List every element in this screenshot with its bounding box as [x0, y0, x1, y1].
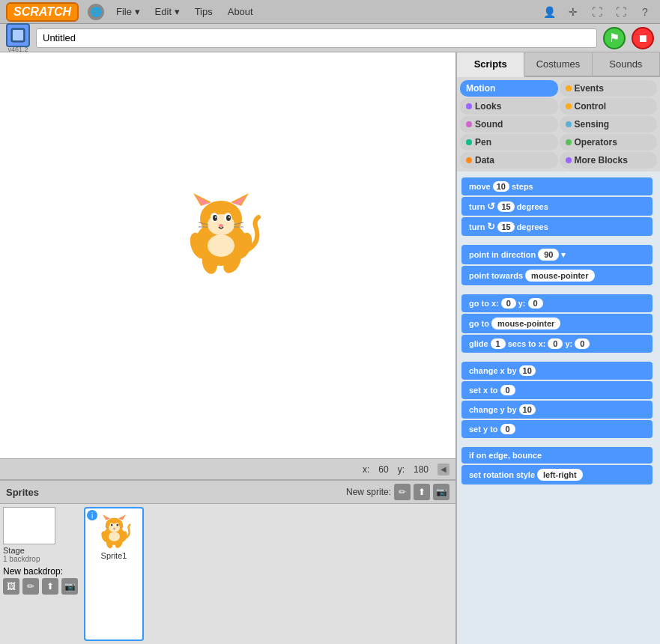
menu-bar: SCRATCH 🌐 File Edit Tips About 👤 ✛ ⛶ ⛶ ? — [0, 0, 660, 24]
cw-degrees-label: degrees — [517, 222, 548, 231]
block-set-y[interactable]: set y to 0 — [461, 420, 653, 438]
rotation-style-val[interactable]: left-right — [537, 469, 583, 481]
sprite1-thumbnail[interactable]: i — [84, 507, 144, 641]
turn-cw-val[interactable]: 15 — [497, 222, 514, 232]
cw-icon: ↻ — [487, 221, 495, 232]
scripts-panel: Scripts Costumes Sounds Motion Events Lo… — [457, 52, 660, 644]
block-change-y[interactable]: change y by 10 — [461, 401, 653, 419]
turn-ccw-val[interactable]: 15 — [497, 201, 514, 212]
help-icon[interactable]: ? — [636, 3, 654, 21]
block-point-towards[interactable]: point towards mouse-pointer — [461, 266, 653, 285]
category-pen[interactable]: Pen — [460, 134, 558, 151]
camera-sprite-icon[interactable]: 📷 — [433, 484, 449, 500]
block-change-x[interactable]: change x by 10 — [461, 362, 653, 380]
categories-panel: Motion Events Looks Control Sound — [457, 77, 660, 171]
events-dot — [566, 85, 572, 91]
svg-point-12 — [226, 215, 231, 221]
tab-scripts[interactable]: Scripts — [457, 52, 524, 77]
block-rotation-style[interactable]: set rotation style left-right — [461, 465, 653, 484]
sprite-thumbnail-icon — [6, 23, 30, 47]
tab-sounds[interactable]: Sounds — [593, 52, 660, 76]
go-to-xy-label: go to x: — [469, 299, 499, 308]
set-y-val[interactable]: 0 — [500, 424, 515, 434]
block-go-to-xy[interactable]: go to x: 0 y: 0 — [461, 294, 653, 312]
go-to-x-val[interactable]: 0 — [501, 298, 516, 309]
sprite-info-icon[interactable]: i — [87, 510, 97, 520]
set-x-val[interactable]: 0 — [500, 385, 515, 395]
block-go-to[interactable]: go to mouse-pointer — [461, 314, 653, 333]
file-menu[interactable]: File — [113, 4, 143, 19]
stage-backdrop-count: 1 backdrop — [3, 555, 78, 563]
sound-label: Sound — [475, 119, 503, 130]
tips-menu[interactable]: Tips — [192, 4, 216, 19]
stop-button[interactable]: ⏹ — [632, 27, 654, 49]
block-move-steps[interactable]: move 10 steps — [461, 177, 653, 195]
fullscreen2-icon[interactable]: ⛶ — [612, 3, 630, 21]
category-motion[interactable]: Motion — [460, 80, 558, 97]
control-label: Control — [575, 101, 607, 112]
more-blocks-dot — [566, 157, 572, 163]
block-if-edge-bounce[interactable]: if on edge, bounce — [461, 447, 653, 464]
category-looks[interactable]: Looks — [460, 98, 558, 115]
project-title-input[interactable] — [36, 28, 597, 48]
more-blocks-label: More Blocks — [575, 155, 628, 165]
green-flag-button[interactable]: ⚑ — [603, 27, 626, 49]
stage-canvas[interactable] — [0, 52, 455, 458]
camera-backdrop-icon[interactable]: 📷 — [61, 578, 78, 595]
go-to-y-val[interactable]: 0 — [528, 298, 543, 309]
category-data[interactable]: Data — [460, 152, 558, 168]
new-backdrop-label: New backdrop: — [3, 566, 63, 577]
change-x-val[interactable]: 10 — [519, 365, 536, 376]
upload-backdrop-icon[interactable]: ⬆ — [42, 578, 58, 595]
ccw-icon: ↺ — [487, 201, 495, 212]
landscape-icon[interactable]: 🖼 — [3, 578, 19, 595]
person-icon[interactable]: 👤 — [540, 3, 558, 21]
svg-rect-1 — [13, 30, 23, 40]
block-set-x[interactable]: set x to 0 — [461, 381, 653, 399]
move-label: move — [469, 182, 491, 191]
go-to-val[interactable]: mouse-pointer — [491, 318, 560, 329]
change-y-val[interactable]: 10 — [519, 404, 536, 415]
stage-panel: x: 60 y: 180 ◀ Sprites New sprite: ✏ ⬆ 📷 — [0, 52, 457, 644]
move-val[interactable]: 10 — [493, 181, 509, 192]
block-turn-cw[interactable]: turn ↻ 15 degrees — [461, 217, 653, 236]
glide-label: glide — [469, 339, 488, 348]
category-events[interactable]: Events — [560, 80, 658, 97]
block-glide[interactable]: glide 1 secs to x: 0 y: 0 — [461, 335, 653, 353]
paint-sprite-icon[interactable]: ✏ — [394, 484, 411, 500]
category-sound[interactable]: Sound — [460, 116, 558, 133]
version-label: v461.2 — [7, 46, 28, 53]
motion-label: Motion — [466, 83, 495, 94]
point-towards-val[interactable]: mouse-pointer — [525, 270, 594, 282]
change-y-label: change y by — [469, 405, 517, 414]
category-sensing[interactable]: Sensing — [560, 116, 658, 133]
glide-x-val[interactable]: 0 — [548, 338, 563, 349]
block-turn-ccw[interactable]: turn ↺ 15 degrees — [461, 197, 653, 216]
svg-point-15 — [219, 224, 223, 227]
about-menu[interactable]: About — [225, 4, 256, 19]
upload-sprite-icon[interactable]: ⬆ — [414, 484, 430, 500]
category-more-blocks[interactable]: More Blocks — [560, 152, 658, 168]
arrows-icon[interactable]: ✛ — [564, 3, 582, 21]
edit-menu[interactable]: Edit — [152, 4, 183, 19]
svg-point-35 — [116, 523, 118, 526]
glide-val[interactable]: 1 — [491, 338, 506, 349]
block-point-direction[interactable]: point in direction 90▾ — [461, 245, 653, 264]
stage-thumbnail[interactable]: Stage 1 backdrop New backdrop: 🖼 ✏ ⬆ 📷 — [3, 507, 78, 641]
collapse-button[interactable]: ◀ — [438, 464, 449, 476]
pen-dot — [466, 139, 472, 145]
sensing-label: Sensing — [575, 119, 610, 130]
fullscreen-icon[interactable]: ⛶ — [588, 3, 606, 21]
sensing-dot — [566, 121, 572, 127]
globe-icon[interactable]: 🌐 — [88, 4, 104, 20]
scratch-logo[interactable]: SCRATCH — [6, 2, 79, 22]
sprites-content: Stage 1 backdrop New backdrop: 🖼 ✏ ⬆ 📷 i — [0, 504, 455, 644]
point-dir-val[interactable]: 90 — [538, 249, 559, 261]
paint-backdrop-icon[interactable]: ✏ — [22, 578, 39, 595]
top-icons: 👤 ✛ ⛶ ⛶ ? — [540, 3, 654, 21]
category-operators[interactable]: Operators — [560, 134, 658, 151]
glide-y-val[interactable]: 0 — [575, 338, 590, 349]
tab-costumes[interactable]: Costumes — [524, 52, 592, 76]
new-sprite-controls: New sprite: ✏ ⬆ 📷 — [346, 484, 449, 500]
category-control[interactable]: Control — [560, 98, 658, 115]
